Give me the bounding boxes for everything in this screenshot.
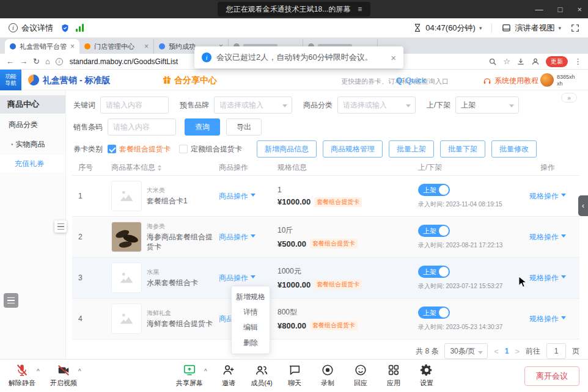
meeting-timer[interactable]: 04:47(60分钟) xyxy=(425,23,476,34)
settings-button[interactable]: 设置 xyxy=(410,363,444,388)
view-mode-selector[interactable]: 演讲者视图 xyxy=(515,23,554,34)
unmute-button[interactable]: 解除静音 xyxy=(5,363,39,388)
sidebar-collapse-handle[interactable] xyxy=(54,220,67,233)
goto-page-input[interactable] xyxy=(546,343,566,359)
network-signal-icon[interactable] xyxy=(76,24,84,32)
batch-edit-button[interactable]: 批量修改 xyxy=(491,140,537,158)
col-info[interactable]: 商品基本信息 xyxy=(111,162,219,173)
spec-action-link[interactable]: 规格操作 xyxy=(529,191,566,201)
screen-watching-banner[interactable]: 您正在观看金禾通技术王斌18...的屏幕 ≡ xyxy=(218,2,370,16)
timer-caret-icon[interactable]: ▾ xyxy=(479,25,482,31)
user-avatar[interactable] xyxy=(540,73,554,87)
next-page-icon[interactable]: > xyxy=(515,347,520,356)
maximize-button[interactable]: □ xyxy=(558,5,563,14)
current-page[interactable]: 1 xyxy=(505,347,509,355)
bookmark-star-icon[interactable]: ☆ xyxy=(503,57,510,66)
batch-onshelf-button[interactable]: 批量上架 xyxy=(389,140,434,158)
share-screen-button[interactable]: 共享屏幕 xyxy=(172,363,207,388)
product-action-link[interactable]: 商品操作 xyxy=(219,192,255,200)
product-action-link-open[interactable]: 商品操作 xyxy=(219,274,255,282)
site-info-icon[interactable]: i xyxy=(56,58,63,65)
package-card-label[interactable]: 套餐组合提货卡 xyxy=(119,144,171,154)
brand-select[interactable]: 请选择或输入 xyxy=(214,96,292,114)
onshelf-toggle[interactable]: 上架 xyxy=(418,307,450,319)
product-action-link[interactable]: 商品操作 xyxy=(219,233,255,241)
onshelf-toggle[interactable]: 上架 xyxy=(418,266,450,278)
sidebar-title-product-center[interactable]: 商品中心 xyxy=(0,95,65,114)
search-button[interactable]: 查询 xyxy=(185,118,220,136)
view-mode-caret-icon[interactable]: ▾ xyxy=(558,25,561,31)
right-drawer-handle[interactable]: ‹ xyxy=(578,195,588,216)
prev-page-icon[interactable]: < xyxy=(494,347,499,356)
package-card-checkbox[interactable] xyxy=(108,145,116,153)
banner-menu-icon[interactable]: ≡ xyxy=(358,5,362,13)
fixed-card-label[interactable]: 定额组合提货卡 xyxy=(191,144,242,154)
shelf-status-select[interactable]: 上架 xyxy=(455,96,519,114)
tab-close-icon[interactable]: × xyxy=(70,42,75,51)
record-button[interactable]: 录制 xyxy=(311,363,345,388)
forward-icon[interactable]: → xyxy=(20,57,28,66)
home-icon[interactable]: ⌂ xyxy=(45,57,50,66)
fixed-card-checkbox[interactable] xyxy=(179,145,188,153)
share-options-caret[interactable]: ^ xyxy=(204,368,207,375)
table-row-4[interactable]: 4 海鲜礼盒 海鲜套餐组合提货卡 商品操作 800型 ¥800.00套餐组合提货… xyxy=(72,299,579,339)
user-name-block[interactable]: 8385xh xh xyxy=(557,74,575,88)
dropdown-item-delete[interactable]: 删除 xyxy=(232,335,270,350)
spec-manage-button[interactable]: 商品规格管理 xyxy=(323,140,383,158)
browser-tab-gift-admin[interactable]: 礼盒营销平台管理中心 × xyxy=(5,39,79,54)
table-row-1[interactable]: 1 大米类 套餐组合卡1 商品操作 1 ¥1000.00套餐组合提货卡 上架 录… xyxy=(72,176,579,217)
sidebar-item-recharge-voucher[interactable]: 充值礼券 xyxy=(0,155,65,172)
sidebar-item-physical-goods[interactable]: •实物商品 xyxy=(0,136,65,153)
start-video-button[interactable]: 开启视频 xyxy=(46,363,81,388)
dropdown-item-edit[interactable]: 编辑 xyxy=(232,320,270,335)
spec-action-link[interactable]: 规格操作 xyxy=(529,232,566,242)
profile-icon[interactable] xyxy=(531,57,540,66)
leave-meeting-button[interactable]: 离开会议 xyxy=(524,366,579,386)
floating-list-button[interactable] xyxy=(4,293,18,308)
product-table: 序号 商品基本信息 商品操作 规格信息 上/下架 操作 1 大米类 套餐组合卡1… xyxy=(72,160,579,339)
back-icon[interactable]: ← xyxy=(6,57,14,66)
dropdown-item-details[interactable]: 详情 xyxy=(232,305,270,320)
spec-action-link[interactable]: 规格操作 xyxy=(529,314,566,324)
fullscreen-icon[interactable] xyxy=(571,24,579,32)
add-product-button[interactable]: 新增商品信息 xyxy=(257,140,317,158)
tab-close-icon[interactable]: × xyxy=(144,42,149,51)
quick-link[interactable]: Q Quick xyxy=(396,76,425,85)
function-nav-button[interactable]: 功能 导航 xyxy=(0,70,21,90)
share-center-link[interactable]: 合分享中心 xyxy=(174,75,217,86)
table-row-2[interactable]: 2 海参类 海参商品套餐组合提货卡 商品操作 10斤 ¥500.00套餐组合提货… xyxy=(72,217,579,258)
tutorial-link[interactable]: 系统使用教程 xyxy=(483,76,538,86)
sidebar-item-product-category[interactable]: 商品分类 xyxy=(0,116,65,133)
batch-offshelf-button[interactable]: 批量下架 xyxy=(440,140,485,158)
page-size-select[interactable]: 30条/页 xyxy=(444,343,488,359)
download-icon[interactable] xyxy=(516,57,525,66)
meeting-details-link[interactable]: 会议详情 xyxy=(21,23,53,34)
category-select[interactable]: 请选择或输入 xyxy=(337,96,416,114)
browser-update-button[interactable]: 更新 xyxy=(546,56,568,67)
onshelf-toggle[interactable]: 上架 xyxy=(418,225,450,237)
browser-tab-store-admin[interactable]: 门店管理中心 × xyxy=(79,39,154,54)
dropdown-item-add-spec[interactable]: 新增规格 xyxy=(232,289,270,305)
spec-action-link[interactable]: 规格操作 xyxy=(529,273,566,283)
security-shield-icon[interactable] xyxy=(61,23,70,33)
refresh-icon[interactable]: ↻ xyxy=(33,57,40,66)
minimize-button[interactable]: — xyxy=(535,5,543,14)
react-button[interactable]: 回应 xyxy=(344,363,378,388)
table-row-3[interactable]: 3 水果 水果套餐组合卡 商品操作 1000元 ¥1000.00套餐组合提货卡 … xyxy=(72,258,579,299)
barcode-input[interactable] xyxy=(108,118,176,136)
close-button[interactable]: × xyxy=(577,5,582,14)
search-icon[interactable] xyxy=(488,57,497,66)
chat-button[interactable]: 聊天 xyxy=(277,363,312,388)
invite-button[interactable]: 邀请 xyxy=(211,363,246,388)
video-options-caret[interactable]: ^ xyxy=(78,368,81,375)
toast-close-icon[interactable]: × xyxy=(391,53,396,63)
export-button[interactable]: 导出 xyxy=(226,118,262,136)
keyword-input[interactable] xyxy=(100,96,169,114)
sort-icon[interactable] xyxy=(158,163,161,173)
panel-collapse-button[interactable]: » xyxy=(561,93,577,103)
onshelf-toggle[interactable]: 上架 xyxy=(418,184,450,196)
browser-menu-icon[interactable]: ⋮ xyxy=(574,57,582,66)
mic-options-caret[interactable]: ^ xyxy=(37,368,40,375)
members-button[interactable]: 成员(4) xyxy=(244,363,279,388)
apps-button[interactable]: 应用 xyxy=(377,363,411,388)
